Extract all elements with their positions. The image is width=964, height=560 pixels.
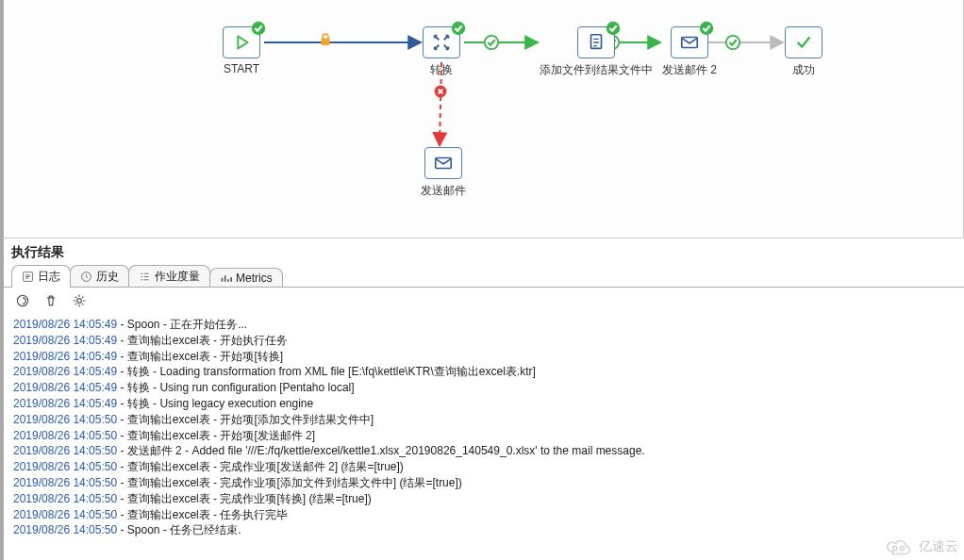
cloud-icon [883,537,915,556]
node-start[interactable]: START [223,26,260,75]
tab-label: Metrics [236,272,273,285]
status-ok-icon [250,20,267,37]
history-icon [80,271,92,283]
settings-button[interactable] [70,291,89,313]
check-icon [793,32,814,53]
lock-icon [317,31,334,48]
transform-icon [431,32,452,53]
hop-check-icon [483,34,500,51]
node-label: 成功 [792,62,815,78]
mail-icon [679,32,700,53]
tab-metrics[interactable]: Metrics [209,268,283,288]
status-ok-icon [698,20,715,37]
tab-history[interactable]: 历史 [70,265,129,288]
results-header: 执行结果 [0,239,964,265]
canvas[interactable]: START 转换 添加文件到结果文件中 发送邮件 2 成功 发送邮件 [0,0,964,239]
hop-error-icon [433,84,448,99]
tab-label: 作业度量 [155,269,200,285]
mail-icon [433,153,454,173]
svg-point-20 [893,547,897,551]
log-line: 2019/08/26 14:05:49 - 查询输出excel表 - 开始执行任… [13,333,955,349]
status-ok-icon [605,20,622,37]
log-output[interactable]: 2019/08/26 14:05:49 - Spoon - 正在开始任务...2… [0,317,964,560]
node-addfile[interactable]: 添加文件到结果文件中 [540,26,653,78]
svg-point-19 [77,299,82,304]
log-line: 2019/08/26 14:05:49 - 转换 - Using legacy … [13,396,955,412]
list-icon [139,271,151,283]
log-toolbar [0,288,964,317]
clear-log-button[interactable] [13,291,32,313]
node-label: 添加文件到结果文件中 [540,62,653,78]
tab-label: 日志 [38,269,60,285]
node-label: START [224,62,259,75]
log-line: 2019/08/26 14:05:50 - 查询输出excel表 - 任务执行完… [13,507,955,523]
svg-point-21 [900,547,904,551]
tab-log[interactable]: 日志 [11,265,71,288]
node-label: 转换 [430,62,453,78]
node-mail-fail[interactable]: 发送邮件 [421,147,466,199]
log-line: 2019/08/26 14:05:50 - Spoon - 任务已经结束. [13,522,955,538]
log-line: 2019/08/26 14:05:50 - 查询输出excel表 - 完成作业项… [13,491,955,507]
log-line: 2019/08/26 14:05:50 - 发送邮件 2 - Added fil… [13,443,955,459]
log-line: 2019/08/26 14:05:49 - 查询输出excel表 - 开始项[转… [13,349,955,365]
log-line: 2019/08/26 14:05:50 - 查询输出excel表 - 开始项[发… [13,428,955,444]
node-success[interactable]: 成功 [785,26,823,78]
node-transform[interactable]: 转换 [423,26,460,78]
log-line: 2019/08/26 14:05:50 - 查询输出excel表 - 完成作业项… [13,459,955,475]
watermark: 亿速云 [883,537,958,556]
log-line: 2019/08/26 14:05:49 - Spoon - 正在开始任务... [13,317,955,333]
status-ok-icon [450,20,467,37]
node-label: 发送邮件 2 [662,62,717,78]
play-icon [231,32,252,53]
svg-point-18 [17,295,27,305]
metrics-icon [220,272,232,285]
log-line: 2019/08/26 14:05:50 - 查询输出excel表 - 完成作业项… [13,475,955,491]
hop-check-icon [724,34,741,51]
file-add-icon [586,32,607,53]
log-line: 2019/08/26 14:05:49 - 转换 - Loading trans… [13,364,955,380]
node-mail2[interactable]: 发送邮件 2 [662,26,717,78]
log-icon [22,271,34,283]
tab-jobmetrics[interactable]: 作业度量 [128,265,210,288]
node-label: 发送邮件 [421,183,466,199]
log-line: 2019/08/26 14:05:49 - 转换 - Using run con… [13,380,955,396]
tabbar: 日志 历史 作业度量 Metrics [0,265,964,288]
tab-label: 历史 [96,269,119,285]
log-line: 2019/08/26 14:05:50 - 查询输出excel表 - 开始项[添… [13,412,955,428]
delete-log-button[interactable] [42,291,60,313]
